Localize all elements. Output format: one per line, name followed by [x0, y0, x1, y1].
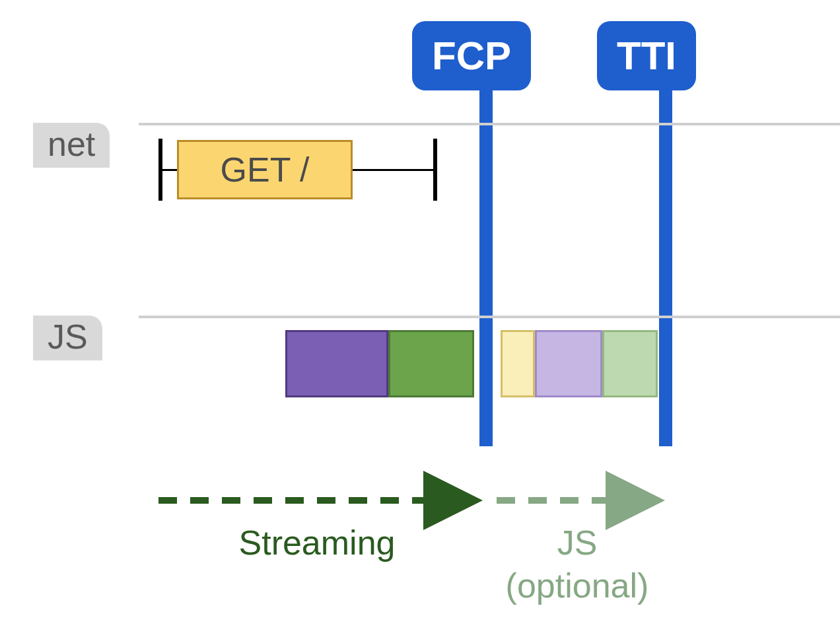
tti-label: TTI — [617, 33, 676, 79]
js-task-purple — [285, 330, 388, 397]
js-task-green — [388, 330, 474, 397]
js-track-line — [139, 316, 840, 318]
fcp-marker-pill: FCP — [412, 21, 531, 90]
net-request-box: GET / — [177, 140, 353, 199]
timeline-diagram: FCP TTI net GET / JS — [0, 0, 840, 643]
js-task-green-optional — [602, 330, 658, 397]
tti-marker-bar — [659, 85, 672, 446]
js-optional-phase-label: JS (optional) — [491, 522, 663, 607]
net-track-line — [139, 123, 840, 125]
js-row-label: JS — [33, 316, 102, 360]
fcp-marker-bar — [479, 85, 493, 446]
streaming-phase-label: Streaming — [198, 522, 436, 564]
js-task-purple-optional — [535, 330, 602, 397]
net-request-label: GET / — [221, 150, 310, 189]
js-task-yellow-optional — [501, 330, 535, 397]
tti-marker-pill: TTI — [597, 21, 696, 90]
fcp-label: FCP — [432, 33, 511, 79]
net-row-label: net — [33, 123, 110, 168]
